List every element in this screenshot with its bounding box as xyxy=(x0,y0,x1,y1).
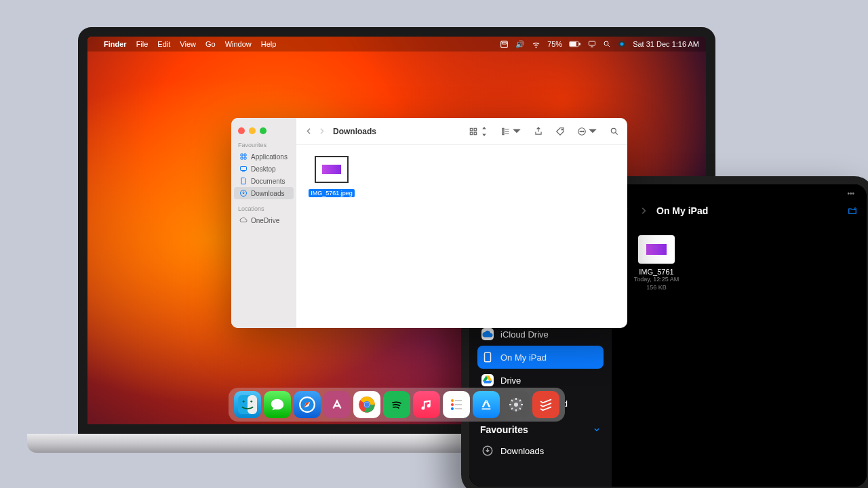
dock xyxy=(229,388,565,422)
svg-rect-12 xyxy=(474,128,477,131)
menubar-item-file[interactable]: File xyxy=(136,40,149,48)
sidebar-item-label: On My iPad xyxy=(500,352,547,363)
group-button[interactable] xyxy=(501,127,521,136)
finder-main: Downloads xyxy=(296,118,627,328)
ipad-files-main: ••• On My iPad IMG_5761 Today, 12:25 AM … xyxy=(612,184,867,487)
svg-point-22 xyxy=(583,131,584,131)
sidebar-item-downloads[interactable]: Downloads xyxy=(234,187,294,199)
ipad-file-item[interactable]: IMG_5761 Today, 12:25 AM 156 KB xyxy=(631,235,682,291)
grid-view-icon xyxy=(469,127,478,136)
fullscreen-button[interactable] xyxy=(260,127,267,134)
svg-rect-9 xyxy=(241,167,247,171)
forward-icon[interactable] xyxy=(317,127,326,136)
battery-percent[interactable]: 75% xyxy=(547,40,562,48)
finder-toolbar: Downloads xyxy=(296,118,627,145)
svg-point-20 xyxy=(580,131,580,131)
cloud-icon xyxy=(239,216,248,224)
menubar-item-view[interactable]: View xyxy=(180,40,196,48)
svg-point-37 xyxy=(451,399,454,402)
sidebar-item-label: Downloads xyxy=(251,190,284,197)
chevron-down-icon xyxy=(512,127,521,136)
dock-todoist-icon[interactable] xyxy=(532,391,559,418)
file-date: Today, 12:25 AM xyxy=(631,276,682,284)
battery-icon[interactable] xyxy=(569,41,581,47)
volume-icon[interactable]: 🔊 xyxy=(515,40,525,49)
svg-point-8 xyxy=(620,43,624,46)
gdrive-icon xyxy=(481,374,494,386)
new-folder-icon[interactable] xyxy=(848,206,857,216)
ellipsis-icon[interactable]: ••• xyxy=(847,190,854,197)
menubar-app-name[interactable]: Finder xyxy=(104,40,127,48)
svg-rect-4 xyxy=(579,43,580,45)
menubar-right: 🔊 75% Sat 31 Dec 1:16 AM xyxy=(500,40,699,49)
sidebar-item-label: Applications xyxy=(251,153,288,161)
sidebar-item-onedrive[interactable]: OneDrive xyxy=(234,214,294,226)
tag-icon[interactable] xyxy=(555,127,565,136)
svg-point-38 xyxy=(451,403,454,406)
share-icon[interactable] xyxy=(534,127,543,136)
menubar-item-edit[interactable]: Edit xyxy=(157,40,170,48)
sidebar-item-applications[interactable]: Applications xyxy=(234,150,294,163)
camera-notch xyxy=(394,30,399,35)
dock-appstore-icon[interactable] xyxy=(473,391,500,418)
sidebar-item-label: Documents xyxy=(251,178,285,185)
svg-rect-40 xyxy=(455,400,462,401)
finder-file-grid[interactable]: IMG_5761.jpeg xyxy=(296,145,627,328)
download-icon xyxy=(481,445,494,457)
svg-rect-17 xyxy=(502,133,504,134)
ipad-toolbar-right xyxy=(848,206,857,216)
file-size: 156 KB xyxy=(631,284,682,292)
dock-messages-icon[interactable] xyxy=(264,391,291,418)
svg-point-34 xyxy=(365,403,370,407)
screen-mirror-icon[interactable] xyxy=(588,40,596,48)
dock-chrome-icon[interactable] xyxy=(353,391,380,418)
more-icon xyxy=(577,127,587,136)
finder-sidebar: Favourites Applications Desktop Document… xyxy=(231,118,296,328)
dock-reminders-icon[interactable] xyxy=(443,391,470,418)
action-button[interactable] xyxy=(577,127,597,136)
back-icon[interactable] xyxy=(304,127,313,136)
applications-icon xyxy=(239,152,248,161)
download-icon xyxy=(239,189,248,197)
siri-icon[interactable] xyxy=(618,40,626,48)
sidebar-item-desktop[interactable]: Desktop xyxy=(234,163,294,175)
file-item[interactable]: IMG_5761.jpeg xyxy=(307,156,356,198)
document-icon xyxy=(239,177,248,185)
sidebar-item-label: Desktop xyxy=(251,165,276,173)
dock-safari-icon[interactable] xyxy=(294,391,321,418)
dock-finder-icon[interactable] xyxy=(234,391,261,418)
svg-rect-41 xyxy=(455,404,462,405)
svg-point-39 xyxy=(451,407,454,410)
forward-icon[interactable] xyxy=(639,206,648,216)
svg-point-21 xyxy=(581,131,582,131)
view-icons-button[interactable] xyxy=(469,127,489,136)
close-button[interactable] xyxy=(238,127,245,134)
sidebar-item-label: iCloud Drive xyxy=(500,329,549,340)
finder-window: Favourites Applications Desktop Document… xyxy=(231,118,627,328)
svg-point-6 xyxy=(604,41,608,45)
menubar-item-window[interactable]: Window xyxy=(225,40,252,48)
sidebar-item-documents[interactable]: Documents xyxy=(234,175,294,187)
svg-point-26 xyxy=(243,401,245,403)
menubar-item-go[interactable]: Go xyxy=(205,40,216,48)
dock-settings-icon[interactable] xyxy=(502,391,530,418)
menubar-item-help[interactable]: Help xyxy=(261,40,277,48)
minimize-button[interactable] xyxy=(249,127,256,134)
spotlight-icon[interactable] xyxy=(603,40,611,48)
search-icon[interactable] xyxy=(610,127,619,136)
file-thumbnail xyxy=(638,235,675,264)
icloud-icon xyxy=(481,328,494,340)
control-center-icon[interactable] xyxy=(500,40,509,49)
ipad-sidebar-on-my-ipad[interactable]: On My iPad xyxy=(477,346,604,369)
sidebar-item-label: OneDrive xyxy=(251,217,279,224)
wifi-icon[interactable] xyxy=(532,40,540,49)
ipad-sidebar-downloads[interactable]: Downloads xyxy=(477,439,604,462)
menubar-datetime[interactable]: Sat 31 Dec 1:16 AM xyxy=(633,40,699,48)
file-thumbnail xyxy=(315,156,349,183)
dock-arc-icon[interactable] xyxy=(323,391,351,418)
dock-spotify-icon[interactable] xyxy=(383,391,410,418)
section-label: Favourites xyxy=(480,424,528,435)
dock-music-icon[interactable] xyxy=(413,391,440,418)
svg-rect-52 xyxy=(485,352,491,362)
ipad-main-toolbar: On My iPad xyxy=(621,201,857,226)
